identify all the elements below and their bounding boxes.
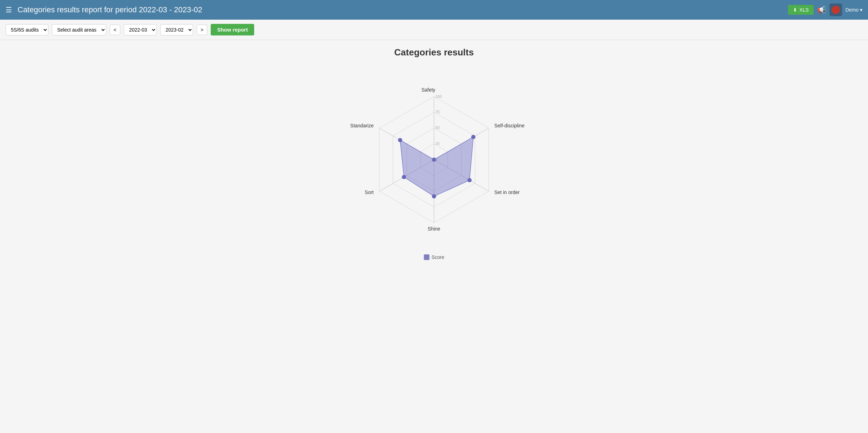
point-selfdiscipline — [471, 135, 475, 139]
megaphone-button[interactable]: 📢 — [817, 6, 826, 14]
axis-label-standarize: Standarize — [350, 123, 374, 128]
legend-color-box — [424, 254, 429, 260]
axis-label-setinorder: Set in order — [494, 189, 520, 195]
user-menu-button[interactable]: Demo ▾ — [846, 7, 862, 13]
point-sort — [402, 175, 406, 179]
point-safety — [432, 158, 436, 162]
axis-label-safety: Safety — [421, 87, 435, 93]
legend-label: Score — [432, 254, 445, 260]
header-actions: ⬇ XLS 📢 Demo ▾ — [788, 4, 862, 16]
download-icon: ⬇ — [793, 7, 797, 13]
show-report-button[interactable]: Show report — [211, 24, 254, 35]
prev-period-button[interactable]: < — [110, 25, 120, 35]
chart-legend: Score — [424, 254, 445, 260]
header: ☰ Categories results report for period 2… — [0, 0, 868, 20]
period-start-select[interactable]: 2022-03 — [124, 24, 157, 35]
radar-chart: .axis-line { stroke: #bbb; stroke-width:… — [322, 68, 546, 251]
chart-title: Categories results — [394, 47, 474, 58]
radar-svg: .axis-line { stroke: #bbb; stroke-width:… — [322, 68, 546, 251]
axis-label-sort: Sort — [365, 189, 374, 195]
axis-label-selfdiscipline: Self-discipline — [494, 123, 525, 128]
data-polygon — [400, 137, 473, 196]
audit-areas-select[interactable]: Select audit areas — [52, 24, 106, 35]
period-end-select[interactable]: 2023-02 — [160, 24, 193, 35]
page-title: Categories results report for period 202… — [18, 5, 782, 14]
label-50: 50 — [435, 126, 440, 130]
label-75: 75 — [435, 110, 440, 114]
avatar — [832, 6, 840, 14]
toolbar: 5S/6S audits Select audit areas < 2022-0… — [0, 20, 868, 40]
label-25: 25 — [435, 141, 440, 146]
next-period-button[interactable]: > — [197, 25, 207, 35]
xls-button[interactable]: ⬇ XLS — [788, 5, 813, 15]
avatar-button[interactable] — [829, 4, 842, 16]
axis-label-shine: Shine — [428, 226, 440, 232]
point-setinorder — [467, 178, 472, 182]
label-100: 100 — [435, 94, 442, 99]
menu-icon[interactable]: ☰ — [6, 6, 12, 14]
audit-type-select[interactable]: 5S/6S audits — [6, 24, 48, 35]
point-standarize — [398, 138, 402, 142]
point-shine — [432, 194, 436, 198]
main-content: Categories results .axis-line { stroke: … — [0, 40, 868, 433]
